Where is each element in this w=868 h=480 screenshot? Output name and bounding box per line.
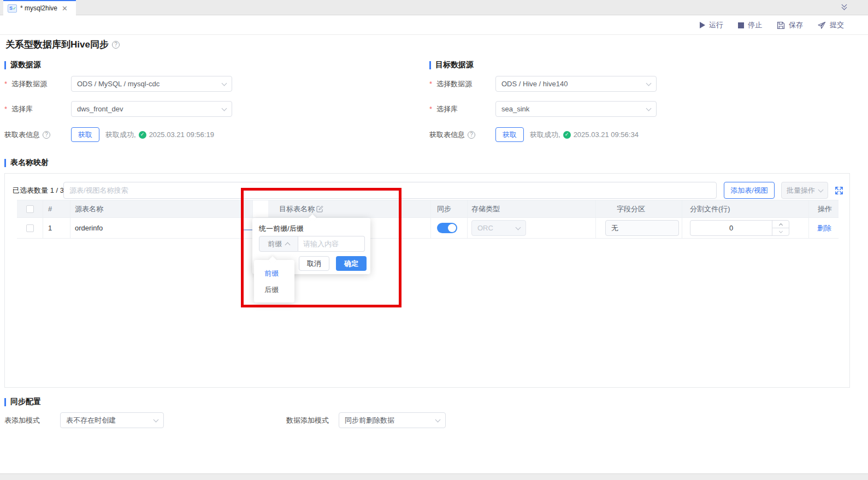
help-icon[interactable] bbox=[468, 131, 475, 139]
source-fetch-row: 获取表信息 获取 获取成功, 2025.03.21 09:56:19 bbox=[4, 127, 214, 143]
chevron-down-icon bbox=[222, 105, 227, 111]
source-db-select[interactable]: dws_front_dev bbox=[71, 101, 232, 117]
save-button[interactable]: 保存 bbox=[777, 20, 803, 30]
target-datasource-select[interactable]: ODS / Hive / hive140 bbox=[495, 76, 657, 92]
paper-plane-icon bbox=[818, 21, 826, 29]
popover-title: 统一前缀/后缀 bbox=[259, 224, 364, 234]
stop-icon bbox=[738, 22, 744, 28]
page-title-text: 关系型数据库到Hive同步 bbox=[5, 38, 109, 51]
data-mode-value: 同步前删除数据 bbox=[345, 416, 394, 425]
storage-header: 存储类型 bbox=[468, 200, 596, 217]
source-fetch-button[interactable]: 获取 bbox=[71, 127, 99, 142]
tab-label: * mysql2hive bbox=[20, 4, 57, 12]
action-toolbar: 运行 停止 保存 提交 bbox=[0, 16, 868, 35]
source-db-row: 选择库 dws_front_dev bbox=[4, 101, 232, 117]
tab-close-icon[interactable]: ✕ bbox=[62, 4, 68, 13]
chevron-up-icon bbox=[285, 242, 291, 247]
target-db-value: sea_sink bbox=[501, 105, 529, 113]
table-row: 1 orderinfo ORC 无 0 bbox=[17, 218, 839, 239]
help-icon[interactable] bbox=[112, 41, 120, 49]
prefix-suffix-select[interactable]: 前缀 bbox=[259, 236, 298, 252]
save-label: 保存 bbox=[789, 20, 803, 30]
chevron-down-icon bbox=[435, 417, 441, 422]
stepper-down-button[interactable] bbox=[772, 228, 789, 235]
batch-actions-label: 批量操作 bbox=[787, 186, 815, 195]
stop-button[interactable]: 停止 bbox=[738, 20, 762, 30]
target-db-select[interactable]: sea_sink bbox=[495, 101, 657, 117]
prefix-value-input[interactable] bbox=[298, 236, 365, 252]
stepper-up-button[interactable] bbox=[772, 221, 789, 228]
partition-header: 字段分区 bbox=[596, 200, 682, 217]
storage-value: ORC bbox=[477, 224, 493, 232]
select-all-checkbox[interactable] bbox=[26, 205, 34, 213]
number-stepper bbox=[772, 221, 789, 235]
chevron-double-down-icon[interactable] bbox=[841, 4, 848, 11]
sync-task-icon bbox=[8, 4, 17, 13]
cancel-button[interactable]: 取消 bbox=[299, 256, 329, 271]
row-sync-cell bbox=[431, 218, 468, 238]
storage-select[interactable]: ORC bbox=[471, 220, 526, 236]
row-checkbox[interactable] bbox=[26, 224, 34, 232]
source-db-value: dws_front_dev bbox=[77, 105, 123, 113]
status-timestamp: 2025.03.21 09:56:34 bbox=[574, 131, 639, 139]
page-title: 关系型数据库到Hive同步 bbox=[5, 38, 120, 51]
dropdown-option-prefix[interactable]: 前缀 bbox=[254, 265, 294, 282]
tab-mysql2hive[interactable]: * mysql2hive ✕ bbox=[3, 0, 76, 15]
row-partition-cell: 无 bbox=[596, 218, 682, 238]
partition-input[interactable]: 无 bbox=[605, 220, 679, 236]
target-datasource-label: 选择数据源 bbox=[429, 79, 495, 89]
add-table-button[interactable]: 添加表/视图 bbox=[724, 182, 775, 199]
table-mode-label: 表添加模式 bbox=[4, 416, 60, 425]
chevron-down-icon bbox=[646, 105, 652, 111]
batch-actions-button[interactable]: 批量操作 bbox=[781, 182, 828, 199]
bottom-strip bbox=[0, 473, 868, 480]
help-icon[interactable] bbox=[43, 131, 50, 139]
target-fetch-row: 获取表信息 获取 获取成功, 2025.03.21 09:56:34 bbox=[429, 127, 639, 143]
sync-config-header: 同步配置 bbox=[4, 397, 41, 407]
target-name-header-label: 目标表名称 bbox=[279, 204, 315, 214]
popover-buttons: 取消 确定 bbox=[299, 256, 367, 271]
confirm-button[interactable]: 确定 bbox=[336, 256, 367, 271]
mapping-table: # 源表名称 目标表名称 同步 存储类型 字段分区 分割文件(行) 操作 bbox=[17, 200, 839, 239]
split-number-input[interactable]: 0 bbox=[690, 220, 789, 236]
table-search-input[interactable] bbox=[63, 182, 717, 199]
edit-icon[interactable] bbox=[316, 205, 323, 212]
table-mode-select[interactable]: 表不存在时创建 bbox=[60, 412, 164, 428]
fullscreen-icon[interactable] bbox=[835, 186, 843, 195]
target-name-header: 目标表名称 bbox=[268, 200, 431, 217]
success-check-icon bbox=[139, 131, 146, 139]
chevron-down-icon bbox=[222, 80, 227, 86]
selected-count: 已选表数量 1 / 36 bbox=[13, 186, 68, 195]
data-mode-row: 数据添加模式 同步前删除数据 bbox=[286, 412, 446, 428]
table-mode-row: 表添加模式 表不存在时创建 bbox=[4, 412, 164, 428]
prefix-suffix-select-value: 前缀 bbox=[268, 239, 282, 249]
target-db-row: 选择库 sea_sink bbox=[429, 101, 657, 117]
submit-button[interactable]: 提交 bbox=[818, 20, 844, 30]
source-datasource-select[interactable]: ODS / MySQL / mysql-cdc bbox=[71, 76, 232, 92]
row-action-cell: 删除 bbox=[809, 218, 839, 238]
sync-toggle[interactable] bbox=[437, 223, 457, 233]
save-icon bbox=[777, 21, 785, 29]
data-mode-select[interactable]: 同步前删除数据 bbox=[339, 412, 446, 428]
run-button[interactable]: 运行 bbox=[700, 20, 723, 30]
target-datasource-row: 选择数据源 ODS / Hive / hive140 bbox=[429, 76, 657, 92]
row-source-name: orderinfo bbox=[70, 218, 268, 238]
app-window: * mysql2hive ✕ 运行 停止 保存 提交 关系型数据库到Hive同步… bbox=[0, 0, 868, 480]
source-datasource-row: 选择数据源 ODS / MySQL / mysql-cdc bbox=[4, 76, 232, 92]
target-db-label: 选择库 bbox=[429, 104, 495, 114]
mapping-panel: 已选表数量 1 / 36 添加表/视图 批量操作 # 源表名称 目标表名称 bbox=[4, 173, 850, 388]
row-select-cell bbox=[17, 218, 43, 238]
dropdown-option-suffix[interactable]: 后缀 bbox=[254, 282, 294, 298]
stop-label: 停止 bbox=[748, 20, 762, 30]
source-name-header: 源表名称 bbox=[70, 200, 253, 217]
chevron-down-icon bbox=[818, 187, 824, 192]
split-header: 分割文件(行) bbox=[682, 200, 809, 217]
run-label: 运行 bbox=[709, 20, 723, 30]
status-text: 获取成功, bbox=[105, 130, 136, 140]
status-text: 获取成功, bbox=[530, 130, 560, 140]
delete-link[interactable]: 删除 bbox=[817, 223, 831, 233]
status-timestamp: 2025.03.21 09:56:19 bbox=[149, 131, 214, 139]
target-fetch-button[interactable]: 获取 bbox=[495, 127, 524, 142]
mapping-section-header: 表名称映射 bbox=[4, 158, 49, 168]
action-header: 操作 bbox=[809, 200, 839, 217]
